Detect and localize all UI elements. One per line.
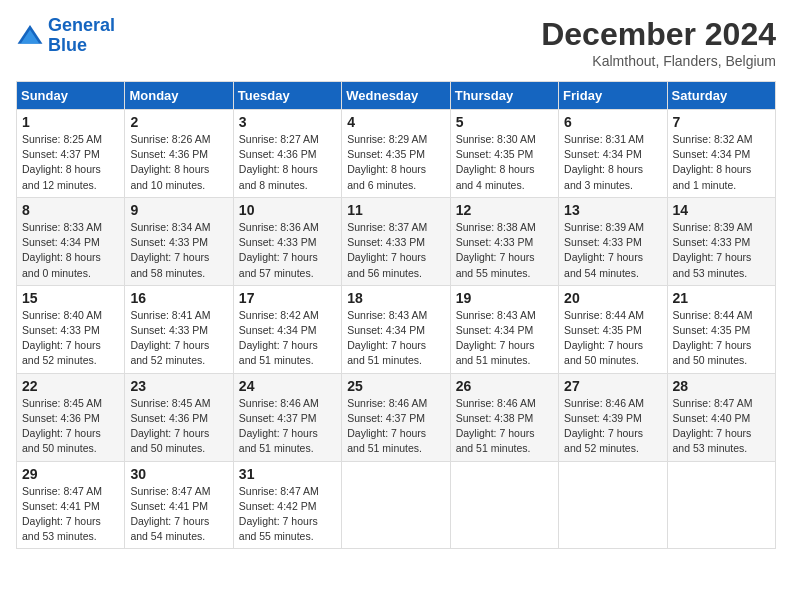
- calendar-cell: 3Sunrise: 8:27 AMSunset: 4:36 PMDaylight…: [233, 110, 341, 198]
- day-number: 2: [130, 114, 227, 130]
- weekday-header-sunday: Sunday: [17, 82, 125, 110]
- logo-text: General Blue: [48, 16, 115, 56]
- day-number: 27: [564, 378, 661, 394]
- day-info: Sunrise: 8:26 AMSunset: 4:36 PMDaylight:…: [130, 132, 227, 193]
- sunset: Sunset: 4:33 PM: [564, 236, 642, 248]
- day-info: Sunrise: 8:43 AMSunset: 4:34 PMDaylight:…: [347, 308, 444, 369]
- day-info: Sunrise: 8:47 AMSunset: 4:41 PMDaylight:…: [22, 484, 119, 545]
- daylight: Daylight: 7 hours and 55 minutes.: [456, 251, 535, 278]
- daylight: Daylight: 7 hours and 51 minutes.: [347, 427, 426, 454]
- sunrise: Sunrise: 8:46 AM: [347, 397, 427, 409]
- logo-icon: [16, 22, 44, 50]
- calendar-cell: 27Sunrise: 8:46 AMSunset: 4:39 PMDayligh…: [559, 373, 667, 461]
- sunrise: Sunrise: 8:34 AM: [130, 221, 210, 233]
- daylight: Daylight: 7 hours and 50 minutes.: [564, 339, 643, 366]
- sunset: Sunset: 4:33 PM: [347, 236, 425, 248]
- daylight: Daylight: 7 hours and 50 minutes.: [673, 339, 752, 366]
- day-number: 4: [347, 114, 444, 130]
- calendar-cell: 12Sunrise: 8:38 AMSunset: 4:33 PMDayligh…: [450, 197, 558, 285]
- calendar-cell: 5Sunrise: 8:30 AMSunset: 4:35 PMDaylight…: [450, 110, 558, 198]
- daylight: Daylight: 7 hours and 51 minutes.: [347, 339, 426, 366]
- calendar-cell: 31Sunrise: 8:47 AMSunset: 4:42 PMDayligh…: [233, 461, 341, 549]
- sunset: Sunset: 4:36 PM: [22, 412, 100, 424]
- day-number: 22: [22, 378, 119, 394]
- calendar-cell: 6Sunrise: 8:31 AMSunset: 4:34 PMDaylight…: [559, 110, 667, 198]
- day-number: 13: [564, 202, 661, 218]
- day-number: 10: [239, 202, 336, 218]
- daylight: Daylight: 8 hours and 1 minute.: [673, 163, 752, 190]
- weekday-header-monday: Monday: [125, 82, 233, 110]
- daylight: Daylight: 7 hours and 53 minutes.: [673, 427, 752, 454]
- logo-line1: General: [48, 15, 115, 35]
- day-info: Sunrise: 8:39 AMSunset: 4:33 PMDaylight:…: [673, 220, 770, 281]
- sunset: Sunset: 4:39 PM: [564, 412, 642, 424]
- sunrise: Sunrise: 8:45 AM: [22, 397, 102, 409]
- calendar-cell: 4Sunrise: 8:29 AMSunset: 4:35 PMDaylight…: [342, 110, 450, 198]
- calendar-cell: 14Sunrise: 8:39 AMSunset: 4:33 PMDayligh…: [667, 197, 775, 285]
- day-info: Sunrise: 8:41 AMSunset: 4:33 PMDaylight:…: [130, 308, 227, 369]
- daylight: Daylight: 8 hours and 10 minutes.: [130, 163, 209, 190]
- calendar-cell: 10Sunrise: 8:36 AMSunset: 4:33 PMDayligh…: [233, 197, 341, 285]
- sunset: Sunset: 4:37 PM: [22, 148, 100, 160]
- daylight: Daylight: 7 hours and 53 minutes.: [673, 251, 752, 278]
- sunset: Sunset: 4:37 PM: [239, 412, 317, 424]
- sunset: Sunset: 4:33 PM: [239, 236, 317, 248]
- sunset: Sunset: 4:36 PM: [130, 412, 208, 424]
- day-number: 5: [456, 114, 553, 130]
- calendar-week-4: 22Sunrise: 8:45 AMSunset: 4:36 PMDayligh…: [17, 373, 776, 461]
- calendar-cell: [559, 461, 667, 549]
- calendar-cell: 8Sunrise: 8:33 AMSunset: 4:34 PMDaylight…: [17, 197, 125, 285]
- day-info: Sunrise: 8:46 AMSunset: 4:37 PMDaylight:…: [239, 396, 336, 457]
- day-number: 18: [347, 290, 444, 306]
- day-info: Sunrise: 8:32 AMSunset: 4:34 PMDaylight:…: [673, 132, 770, 193]
- title-area: December 2024 Kalmthout, Flanders, Belgi…: [541, 16, 776, 69]
- sunset: Sunset: 4:33 PM: [22, 324, 100, 336]
- day-info: Sunrise: 8:46 AMSunset: 4:37 PMDaylight:…: [347, 396, 444, 457]
- calendar-cell: 15Sunrise: 8:40 AMSunset: 4:33 PMDayligh…: [17, 285, 125, 373]
- daylight: Daylight: 7 hours and 54 minutes.: [564, 251, 643, 278]
- day-info: Sunrise: 8:39 AMSunset: 4:33 PMDaylight:…: [564, 220, 661, 281]
- sunset: Sunset: 4:41 PM: [130, 500, 208, 512]
- sunset: Sunset: 4:35 PM: [347, 148, 425, 160]
- day-number: 1: [22, 114, 119, 130]
- day-info: Sunrise: 8:47 AMSunset: 4:41 PMDaylight:…: [130, 484, 227, 545]
- sunrise: Sunrise: 8:27 AM: [239, 133, 319, 145]
- calendar-cell: 26Sunrise: 8:46 AMSunset: 4:38 PMDayligh…: [450, 373, 558, 461]
- calendar-cell: 19Sunrise: 8:43 AMSunset: 4:34 PMDayligh…: [450, 285, 558, 373]
- month-title: December 2024: [541, 16, 776, 53]
- day-number: 20: [564, 290, 661, 306]
- weekday-header-tuesday: Tuesday: [233, 82, 341, 110]
- calendar-cell: 25Sunrise: 8:46 AMSunset: 4:37 PMDayligh…: [342, 373, 450, 461]
- day-number: 11: [347, 202, 444, 218]
- calendar-cell: 29Sunrise: 8:47 AMSunset: 4:41 PMDayligh…: [17, 461, 125, 549]
- sunrise: Sunrise: 8:39 AM: [564, 221, 644, 233]
- sunset: Sunset: 4:34 PM: [239, 324, 317, 336]
- day-number: 17: [239, 290, 336, 306]
- daylight: Daylight: 7 hours and 53 minutes.: [22, 515, 101, 542]
- calendar-cell: 2Sunrise: 8:26 AMSunset: 4:36 PMDaylight…: [125, 110, 233, 198]
- sunrise: Sunrise: 8:47 AM: [239, 485, 319, 497]
- calendar-cell: 1Sunrise: 8:25 AMSunset: 4:37 PMDaylight…: [17, 110, 125, 198]
- weekday-header-friday: Friday: [559, 82, 667, 110]
- calendar-header: SundayMondayTuesdayWednesdayThursdayFrid…: [17, 82, 776, 110]
- sunset: Sunset: 4:42 PM: [239, 500, 317, 512]
- day-info: Sunrise: 8:45 AMSunset: 4:36 PMDaylight:…: [130, 396, 227, 457]
- day-info: Sunrise: 8:46 AMSunset: 4:38 PMDaylight:…: [456, 396, 553, 457]
- day-info: Sunrise: 8:37 AMSunset: 4:33 PMDaylight:…: [347, 220, 444, 281]
- day-info: Sunrise: 8:25 AMSunset: 4:37 PMDaylight:…: [22, 132, 119, 193]
- sunrise: Sunrise: 8:40 AM: [22, 309, 102, 321]
- sunset: Sunset: 4:35 PM: [564, 324, 642, 336]
- calendar-cell: 16Sunrise: 8:41 AMSunset: 4:33 PMDayligh…: [125, 285, 233, 373]
- sunrise: Sunrise: 8:29 AM: [347, 133, 427, 145]
- page-header: General Blue December 2024 Kalmthout, Fl…: [16, 16, 776, 69]
- day-number: 21: [673, 290, 770, 306]
- daylight: Daylight: 7 hours and 51 minutes.: [239, 427, 318, 454]
- sunset: Sunset: 4:34 PM: [456, 324, 534, 336]
- sunset: Sunset: 4:36 PM: [130, 148, 208, 160]
- sunset: Sunset: 4:33 PM: [456, 236, 534, 248]
- day-info: Sunrise: 8:38 AMSunset: 4:33 PMDaylight:…: [456, 220, 553, 281]
- daylight: Daylight: 7 hours and 50 minutes.: [22, 427, 101, 454]
- day-number: 7: [673, 114, 770, 130]
- day-info: Sunrise: 8:44 AMSunset: 4:35 PMDaylight:…: [673, 308, 770, 369]
- calendar-cell: 21Sunrise: 8:44 AMSunset: 4:35 PMDayligh…: [667, 285, 775, 373]
